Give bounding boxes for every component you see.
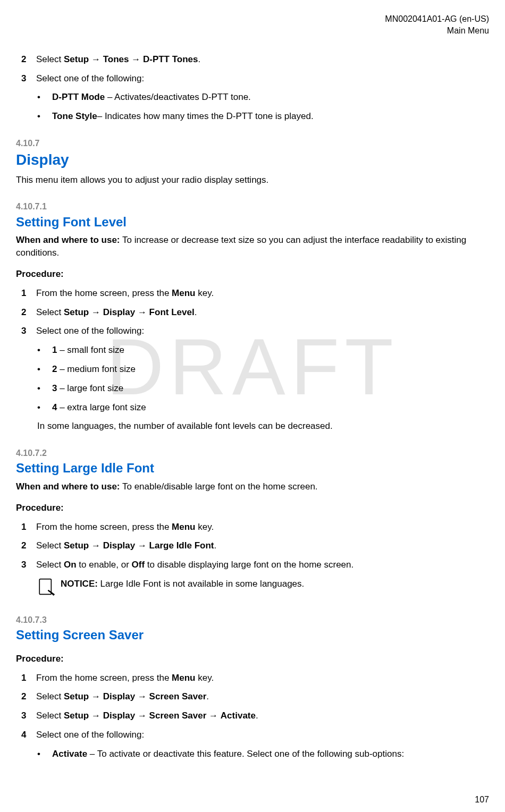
bullet-text: D-PTT Mode – Activates/deactivates D-PTT… xyxy=(52,91,489,104)
text-span: . xyxy=(206,691,209,701)
bullet-mark: • xyxy=(37,363,52,376)
step-number: 1 xyxy=(21,287,36,300)
section-number: 4.10.7.2 xyxy=(16,447,489,459)
step-number: 3 xyxy=(21,709,36,722)
step-number: 2 xyxy=(21,539,36,552)
step-item: 1 From the home screen, press the Menu k… xyxy=(21,521,489,534)
text-span: to enable, or xyxy=(77,560,132,570)
bullet-mark: • xyxy=(37,748,52,760)
step-item: 1 From the home screen, press the Menu k… xyxy=(21,672,489,684)
text-span: – Indicates how many times the D-PTT ton… xyxy=(97,111,314,121)
bullet-item: • Tone Style– Indicates how many times t… xyxy=(37,110,489,123)
bold-span: Menu xyxy=(172,673,195,683)
text-span: – To activate or deactivate this feature… xyxy=(87,749,404,759)
bold-span: Screen Saver xyxy=(149,691,207,701)
bold-span: Activate xyxy=(221,710,256,721)
bold-span: Setup xyxy=(64,540,89,551)
bold-span: Menu xyxy=(172,288,195,298)
step-text: Select On to enable, or Off to disable d… xyxy=(36,559,489,571)
text-span: to disable displaying large font on the … xyxy=(145,560,354,570)
header-section: Main Menu xyxy=(16,25,489,37)
text-span: → xyxy=(89,691,103,701)
bullet-text: 2 – medium font size xyxy=(52,363,489,376)
step-text: Select Setup → Display → Large Idle Font… xyxy=(36,539,489,552)
step-item: 2 Select Setup → Display → Font Level. xyxy=(21,306,489,319)
step-text: From the home screen, press the Menu key… xyxy=(36,672,489,684)
step-item: 3 Select Setup → Display → Screen Saver … xyxy=(21,709,489,722)
procedure-label: Procedure: xyxy=(16,502,489,514)
section-description: This menu item allows you to adjust your… xyxy=(16,174,489,187)
bullet-item: • 2 – medium font size xyxy=(37,363,489,376)
text-span: . xyxy=(198,54,201,64)
bold-span: Setup xyxy=(64,710,89,721)
bold-span: NOTICE: xyxy=(61,579,98,589)
notice-block: NOTICE: Large Idle Font is not available… xyxy=(37,578,489,599)
bullet-mark: • xyxy=(37,110,52,123)
text-span: → xyxy=(135,710,149,721)
text-span: → xyxy=(89,307,103,317)
bold-span: When and where to use: xyxy=(16,481,120,492)
bullet-text: Activate – To activate or deactivate thi… xyxy=(52,748,489,760)
step-item: 3 Select one of the following: xyxy=(21,72,489,85)
text-span: From the home screen, press the xyxy=(36,522,172,532)
text-span: Large Idle Font is not available in some… xyxy=(98,579,304,589)
section-title: Setting Font Level xyxy=(16,213,489,231)
bold-span: Menu xyxy=(172,522,195,532)
text-span: . xyxy=(256,710,258,721)
text-span: → xyxy=(89,710,103,721)
procedure-label: Procedure: xyxy=(16,653,489,665)
text-span: . xyxy=(195,307,197,317)
bold-span: Screen Saver xyxy=(149,710,207,721)
step-number: 1 xyxy=(21,521,36,534)
step-text: From the home screen, press the Menu key… xyxy=(36,287,489,300)
step-number: 4 xyxy=(21,729,36,741)
bullet-mark: • xyxy=(37,382,52,395)
text-span: – small font size xyxy=(57,345,124,355)
text-span: → xyxy=(135,691,149,701)
text-span: Select xyxy=(36,540,64,551)
step-text: Select Setup → Display → Screen Saver. xyxy=(36,690,489,703)
bullet-mark: • xyxy=(37,344,52,357)
text-span: From the home screen, press the xyxy=(36,288,172,298)
step-text: Select one of the following: xyxy=(36,325,489,337)
text-span: – medium font size xyxy=(57,364,135,374)
text-span: Select xyxy=(36,560,64,570)
notice-text: NOTICE: Large Idle Font is not available… xyxy=(61,578,304,590)
section-title: Display xyxy=(16,149,489,170)
section-number: 4.10.7.3 xyxy=(16,614,489,626)
step-text: Select one of the following: xyxy=(36,729,489,741)
text-span: – extra large font size xyxy=(57,402,146,412)
doc-id: MN002041A01-AG (en-US) xyxy=(16,13,489,25)
bullet-text: 1 – small font size xyxy=(52,344,489,357)
bold-span: Setup xyxy=(64,307,89,317)
step-text: Select one of the following: xyxy=(36,72,489,85)
text-span: → xyxy=(206,710,220,721)
text-span: Select xyxy=(36,710,64,721)
step-number: 2 xyxy=(21,690,36,703)
bold-span: Font Level xyxy=(149,307,195,317)
bold-span: Display xyxy=(103,691,135,701)
bullet-mark: • xyxy=(37,91,52,104)
text-span: Select xyxy=(36,54,64,64)
step-item: 2 Select Setup → Display → Large Idle Fo… xyxy=(21,539,489,552)
procedure-label: Procedure: xyxy=(16,268,489,281)
bullet-item: • Activate – To activate or deactivate t… xyxy=(37,748,489,760)
text-span: Select xyxy=(36,691,64,701)
bullet-mark: • xyxy=(37,401,52,414)
step-number: 1 xyxy=(21,672,36,684)
when-and-where: When and where to use: To increase or de… xyxy=(16,234,489,259)
step-text: From the home screen, press the Menu key… xyxy=(36,521,489,534)
step-text: Select Setup → Display → Screen Saver → … xyxy=(36,709,489,722)
step-item: 3 Select On to enable, or Off to disable… xyxy=(21,559,489,571)
text-span: From the home screen, press the xyxy=(36,673,172,683)
note-text: In some languages, the number of availab… xyxy=(37,420,489,433)
section-title: Setting Screen Saver xyxy=(16,626,489,644)
text-span: → xyxy=(89,540,103,551)
text-span: Select xyxy=(36,307,64,317)
step-number: 3 xyxy=(21,325,36,337)
bold-span: D-PTT Tones xyxy=(143,54,198,64)
bold-span: On xyxy=(64,560,77,570)
bullet-text: 4 – extra large font size xyxy=(52,401,489,414)
text-span: – Activates/deactivates D-PTT tone. xyxy=(105,92,251,102)
step-text: Select Setup → Display → Font Level. xyxy=(36,306,489,319)
